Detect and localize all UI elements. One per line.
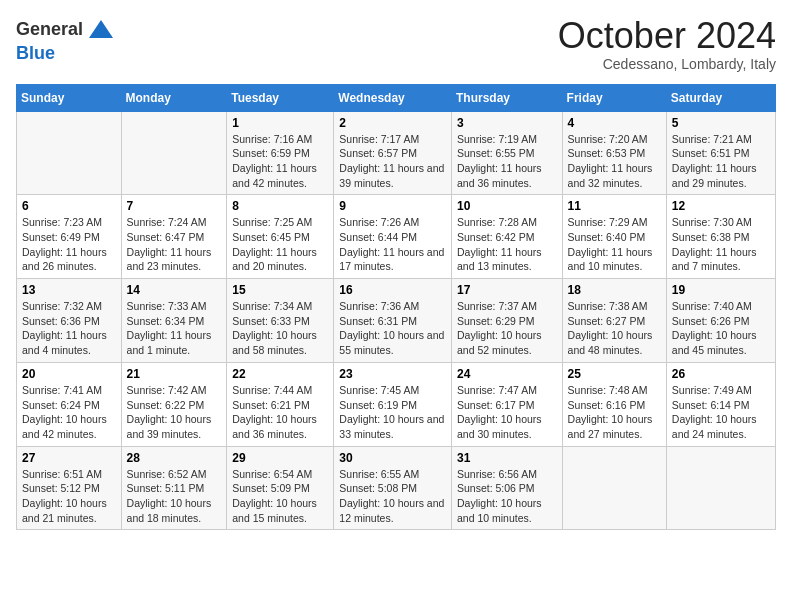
day-info: Sunrise: 7:48 AM Sunset: 6:16 PM Dayligh…: [568, 383, 661, 442]
day-info: Sunrise: 7:44 AM Sunset: 6:21 PM Dayligh…: [232, 383, 328, 442]
day-info: Sunrise: 7:41 AM Sunset: 6:24 PM Dayligh…: [22, 383, 116, 442]
day-info: Sunrise: 7:47 AM Sunset: 6:17 PM Dayligh…: [457, 383, 557, 442]
day-info: Sunrise: 7:38 AM Sunset: 6:27 PM Dayligh…: [568, 299, 661, 358]
day-info: Sunrise: 7:36 AM Sunset: 6:31 PM Dayligh…: [339, 299, 446, 358]
calendar-cell: 28Sunrise: 6:52 AM Sunset: 5:11 PM Dayli…: [121, 446, 227, 530]
day-info: Sunrise: 7:29 AM Sunset: 6:40 PM Dayligh…: [568, 215, 661, 274]
day-number: 5: [672, 116, 770, 130]
column-header-wednesday: Wednesday: [334, 84, 452, 111]
day-info: Sunrise: 7:19 AM Sunset: 6:55 PM Dayligh…: [457, 132, 557, 191]
month-title: October 2024: [558, 16, 776, 56]
column-header-sunday: Sunday: [17, 84, 122, 111]
day-info: Sunrise: 7:37 AM Sunset: 6:29 PM Dayligh…: [457, 299, 557, 358]
day-number: 25: [568, 367, 661, 381]
day-number: 26: [672, 367, 770, 381]
week-row-4: 20Sunrise: 7:41 AM Sunset: 6:24 PM Dayli…: [17, 362, 776, 446]
day-number: 18: [568, 283, 661, 297]
calendar-cell: 23Sunrise: 7:45 AM Sunset: 6:19 PM Dayli…: [334, 362, 452, 446]
day-info: Sunrise: 7:45 AM Sunset: 6:19 PM Dayligh…: [339, 383, 446, 442]
calendar-cell: 15Sunrise: 7:34 AM Sunset: 6:33 PM Dayli…: [227, 279, 334, 363]
day-number: 23: [339, 367, 446, 381]
day-info: Sunrise: 7:24 AM Sunset: 6:47 PM Dayligh…: [127, 215, 222, 274]
week-row-5: 27Sunrise: 6:51 AM Sunset: 5:12 PM Dayli…: [17, 446, 776, 530]
day-number: 2: [339, 116, 446, 130]
day-info: Sunrise: 7:21 AM Sunset: 6:51 PM Dayligh…: [672, 132, 770, 191]
day-number: 9: [339, 199, 446, 213]
day-number: 1: [232, 116, 328, 130]
day-number: 8: [232, 199, 328, 213]
day-info: Sunrise: 6:55 AM Sunset: 5:08 PM Dayligh…: [339, 467, 446, 526]
day-info: Sunrise: 6:52 AM Sunset: 5:11 PM Dayligh…: [127, 467, 222, 526]
day-number: 31: [457, 451, 557, 465]
day-info: Sunrise: 7:25 AM Sunset: 6:45 PM Dayligh…: [232, 215, 328, 274]
day-info: Sunrise: 7:33 AM Sunset: 6:34 PM Dayligh…: [127, 299, 222, 358]
day-number: 10: [457, 199, 557, 213]
calendar-cell: 26Sunrise: 7:49 AM Sunset: 6:14 PM Dayli…: [666, 362, 775, 446]
day-number: 7: [127, 199, 222, 213]
day-number: 13: [22, 283, 116, 297]
calendar-cell: [666, 446, 775, 530]
calendar-cell: 11Sunrise: 7:29 AM Sunset: 6:40 PM Dayli…: [562, 195, 666, 279]
calendar-cell: 17Sunrise: 7:37 AM Sunset: 6:29 PM Dayli…: [451, 279, 562, 363]
column-header-saturday: Saturday: [666, 84, 775, 111]
logo-text: General Blue: [16, 16, 115, 64]
calendar-cell: 4Sunrise: 7:20 AM Sunset: 6:53 PM Daylig…: [562, 111, 666, 195]
day-info: Sunrise: 7:20 AM Sunset: 6:53 PM Dayligh…: [568, 132, 661, 191]
day-info: Sunrise: 7:34 AM Sunset: 6:33 PM Dayligh…: [232, 299, 328, 358]
calendar-cell: 30Sunrise: 6:55 AM Sunset: 5:08 PM Dayli…: [334, 446, 452, 530]
day-number: 30: [339, 451, 446, 465]
day-number: 15: [232, 283, 328, 297]
calendar-cell: [562, 446, 666, 530]
calendar-cell: 3Sunrise: 7:19 AM Sunset: 6:55 PM Daylig…: [451, 111, 562, 195]
page-header: General Blue October 2024 Cedessano, Lom…: [16, 16, 776, 72]
day-number: 27: [22, 451, 116, 465]
calendar-cell: 9Sunrise: 7:26 AM Sunset: 6:44 PM Daylig…: [334, 195, 452, 279]
calendar-cell: 10Sunrise: 7:28 AM Sunset: 6:42 PM Dayli…: [451, 195, 562, 279]
calendar-cell: 29Sunrise: 6:54 AM Sunset: 5:09 PM Dayli…: [227, 446, 334, 530]
week-row-1: 1Sunrise: 7:16 AM Sunset: 6:59 PM Daylig…: [17, 111, 776, 195]
calendar-cell: 1Sunrise: 7:16 AM Sunset: 6:59 PM Daylig…: [227, 111, 334, 195]
calendar-cell: 27Sunrise: 6:51 AM Sunset: 5:12 PM Dayli…: [17, 446, 122, 530]
calendar-cell: 7Sunrise: 7:24 AM Sunset: 6:47 PM Daylig…: [121, 195, 227, 279]
day-number: 21: [127, 367, 222, 381]
day-number: 3: [457, 116, 557, 130]
day-info: Sunrise: 7:49 AM Sunset: 6:14 PM Dayligh…: [672, 383, 770, 442]
calendar-cell: 8Sunrise: 7:25 AM Sunset: 6:45 PM Daylig…: [227, 195, 334, 279]
calendar-cell: 24Sunrise: 7:47 AM Sunset: 6:17 PM Dayli…: [451, 362, 562, 446]
day-number: 16: [339, 283, 446, 297]
logo-blue: Blue: [16, 44, 115, 64]
day-number: 22: [232, 367, 328, 381]
day-number: 20: [22, 367, 116, 381]
day-number: 4: [568, 116, 661, 130]
calendar-cell: 6Sunrise: 7:23 AM Sunset: 6:49 PM Daylig…: [17, 195, 122, 279]
calendar-cell: 21Sunrise: 7:42 AM Sunset: 6:22 PM Dayli…: [121, 362, 227, 446]
day-number: 12: [672, 199, 770, 213]
calendar-cell: 14Sunrise: 7:33 AM Sunset: 6:34 PM Dayli…: [121, 279, 227, 363]
calendar-cell: [17, 111, 122, 195]
day-info: Sunrise: 7:26 AM Sunset: 6:44 PM Dayligh…: [339, 215, 446, 274]
column-header-monday: Monday: [121, 84, 227, 111]
column-header-thursday: Thursday: [451, 84, 562, 111]
day-number: 29: [232, 451, 328, 465]
calendar-cell: 19Sunrise: 7:40 AM Sunset: 6:26 PM Dayli…: [666, 279, 775, 363]
calendar-cell: 18Sunrise: 7:38 AM Sunset: 6:27 PM Dayli…: [562, 279, 666, 363]
calendar-table: SundayMondayTuesdayWednesdayThursdayFrid…: [16, 84, 776, 531]
calendar-cell: 2Sunrise: 7:17 AM Sunset: 6:57 PM Daylig…: [334, 111, 452, 195]
day-number: 11: [568, 199, 661, 213]
week-row-3: 13Sunrise: 7:32 AM Sunset: 6:36 PM Dayli…: [17, 279, 776, 363]
logo-icon: [87, 16, 115, 44]
calendar-cell: 20Sunrise: 7:41 AM Sunset: 6:24 PM Dayli…: [17, 362, 122, 446]
location: Cedessano, Lombardy, Italy: [558, 56, 776, 72]
day-info: Sunrise: 6:54 AM Sunset: 5:09 PM Dayligh…: [232, 467, 328, 526]
day-info: Sunrise: 6:51 AM Sunset: 5:12 PM Dayligh…: [22, 467, 116, 526]
logo-general: General: [16, 20, 83, 40]
day-number: 17: [457, 283, 557, 297]
day-info: Sunrise: 7:42 AM Sunset: 6:22 PM Dayligh…: [127, 383, 222, 442]
header-row: SundayMondayTuesdayWednesdayThursdayFrid…: [17, 84, 776, 111]
logo: General Blue: [16, 16, 115, 64]
day-number: 28: [127, 451, 222, 465]
calendar-cell: 5Sunrise: 7:21 AM Sunset: 6:51 PM Daylig…: [666, 111, 775, 195]
column-header-friday: Friday: [562, 84, 666, 111]
day-info: Sunrise: 7:16 AM Sunset: 6:59 PM Dayligh…: [232, 132, 328, 191]
week-row-2: 6Sunrise: 7:23 AM Sunset: 6:49 PM Daylig…: [17, 195, 776, 279]
